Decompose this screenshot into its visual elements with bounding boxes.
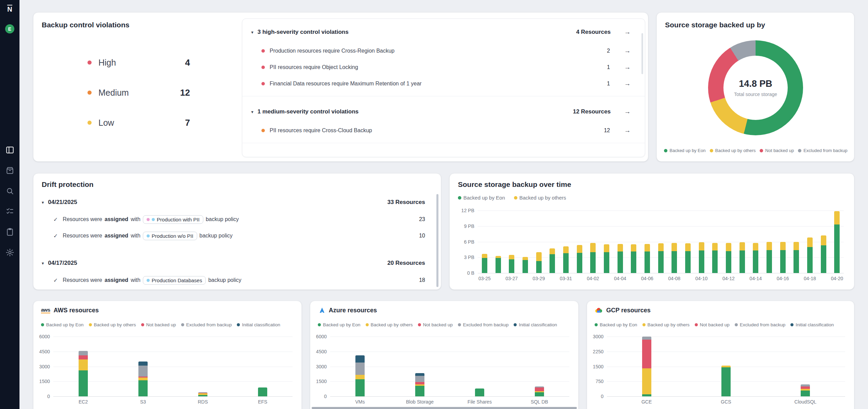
violation-row[interactable]: Production resources require Cross-Regio… <box>242 43 645 59</box>
bar-04-11[interactable] <box>712 243 718 273</box>
bar-03-27[interactable] <box>509 255 514 273</box>
chevron-down-icon[interactable]: ▾ <box>42 200 44 205</box>
bar-VMs[interactable] <box>355 355 365 396</box>
gcp-resources-card: GCP resources Backed up by EonBacked up … <box>587 301 854 409</box>
legend-label: Backed up by others <box>715 148 756 153</box>
card-title: Backup control violations <box>42 21 130 29</box>
legend-dot <box>514 196 517 200</box>
bar-GCS[interactable] <box>721 366 731 396</box>
violation-row[interactable]: Financial Data resources require Maximum… <box>242 76 645 92</box>
bar-04-10[interactable] <box>699 242 704 273</box>
donut-center: 14.8 PB Total source storage <box>723 56 788 120</box>
drift-text: Resources wereassignedwithProduction wit… <box>63 215 239 224</box>
arrow-right-icon[interactable]: → <box>624 47 631 55</box>
archive-icon[interactable] <box>5 166 14 175</box>
policy-chip-label: Production with PII <box>157 217 200 222</box>
arrow-right-icon[interactable]: → <box>624 80 631 87</box>
bar-03-29[interactable] <box>536 252 542 273</box>
bar-04-09[interactable] <box>685 243 691 273</box>
policy-chip[interactable]: Production with PII <box>143 215 203 224</box>
bar-04-14[interactable] <box>753 243 758 273</box>
bar-GCE[interactable] <box>642 337 651 396</box>
bar-segment <box>699 242 704 250</box>
gear-icon[interactable] <box>5 248 14 257</box>
drift-text-suffix: backup policy <box>200 233 233 239</box>
search-icon[interactable] <box>5 187 14 195</box>
bar-04-15[interactable] <box>767 242 772 273</box>
azure-chart-legend: Backed up by EonBacked up by othersNot b… <box>318 322 557 327</box>
bar-segment <box>475 388 484 396</box>
bar-04-07[interactable] <box>658 243 664 273</box>
bar-segment <box>794 242 799 250</box>
drift-group-header[interactable]: ▾04/17/202520 Resources <box>42 254 425 272</box>
bar-04-16[interactable] <box>780 242 786 273</box>
bar-04-17[interactable] <box>794 242 799 273</box>
x-tick-label: EC2 <box>79 399 88 405</box>
bar-EC2[interactable] <box>79 351 88 396</box>
bar-04-01[interactable] <box>577 245 582 273</box>
violation-group-header[interactable]: ▾3 high-severity control violations4 Res… <box>242 22 645 43</box>
arrow-right-icon[interactable]: → <box>624 28 631 36</box>
drift-group-resources: 33 Resources <box>387 199 425 206</box>
bar-03-30[interactable] <box>550 248 555 273</box>
bar-04-06[interactable] <box>645 244 650 273</box>
bar-CloudSQL[interactable] <box>801 384 810 396</box>
bar-04-03[interactable] <box>604 244 609 273</box>
bars-area: EC2S3RDSEFS <box>53 337 293 396</box>
backup-over-time-chart: 12 PB9 PB6 PB3 PB0 B 03-2503-2703-2903-3… <box>457 210 844 273</box>
severity-row: High4 <box>87 47 190 78</box>
bar-03-25[interactable] <box>482 254 487 273</box>
bar-03-26[interactable] <box>496 256 501 273</box>
bar-Blob Storage[interactable] <box>415 373 424 396</box>
avatar[interactable]: E <box>5 24 14 33</box>
legend-label: Not backed up <box>765 148 794 153</box>
dashboard-icon[interactable] <box>5 146 14 154</box>
bar-File Shares[interactable] <box>475 388 484 396</box>
bar-04-20[interactable] <box>834 211 840 273</box>
policy-chip-label: Production Databases <box>152 277 202 283</box>
policy-chip[interactable]: Production Databases <box>143 276 206 285</box>
chevron-down-icon[interactable]: ▾ <box>251 30 254 35</box>
azure-resources-card: Azure resources Backed up by EonBacked u… <box>310 301 579 409</box>
bar-04-02[interactable] <box>590 243 596 273</box>
arrow-right-icon[interactable]: → <box>624 127 631 134</box>
legend-item: Backed up by others <box>642 322 690 327</box>
legend-item: Not backed up <box>695 322 730 327</box>
bar-04-08[interactable] <box>672 243 677 273</box>
bar-04-12[interactable] <box>726 243 731 273</box>
chevron-down-icon[interactable]: ▾ <box>251 109 254 114</box>
bar-segment <box>415 373 424 376</box>
bar-slot: S3 <box>113 337 173 396</box>
bar-04-18[interactable] <box>807 237 813 273</box>
arrow-right-icon[interactable]: → <box>624 108 631 115</box>
bar-03-28[interactable] <box>523 257 528 273</box>
panel-scrollbar[interactable] <box>641 33 643 74</box>
chevron-down-icon[interactable]: ▾ <box>42 261 44 266</box>
drift-scrollbar[interactable] <box>436 194 438 287</box>
legend-label: Backed up by Eon <box>323 322 361 327</box>
storage-donut-chart[interactable]: 14.8 PB Total source storage <box>708 40 803 135</box>
arrow-right-icon[interactable]: → <box>624 64 631 71</box>
bar-S3[interactable] <box>138 362 148 396</box>
bar-04-04[interactable] <box>618 244 623 273</box>
violation-group-header[interactable]: ▾1 medium-severity control violations12 … <box>242 101 645 122</box>
bar-SQL DB[interactable] <box>535 386 544 396</box>
bar-segment <box>482 254 487 258</box>
policy-chip[interactable]: Production w/o PII <box>143 232 197 240</box>
bar-04-19[interactable] <box>821 235 826 273</box>
drift-group-header[interactable]: ▾04/21/202533 Resources <box>42 193 425 211</box>
checklist-icon[interactable] <box>5 207 14 216</box>
bar-RDS[interactable] <box>198 392 207 396</box>
bar-03-31[interactable] <box>563 246 569 273</box>
violation-row[interactable]: PII resources require Object Locking1→ <box>242 59 645 76</box>
legend-dot <box>642 323 646 326</box>
bar-EFS[interactable] <box>258 387 267 396</box>
bar-04-13[interactable] <box>740 242 745 273</box>
violation-row[interactable]: PII resources require Cross-Cloud Backup… <box>242 122 645 139</box>
clipboard-icon[interactable] <box>5 228 14 236</box>
legend-label: Excluded from backup <box>463 322 509 327</box>
bar-04-05[interactable] <box>631 244 636 273</box>
bar-slot <box>735 210 749 273</box>
horizontal-scrollbar[interactable] <box>312 407 577 409</box>
gridline <box>607 396 845 397</box>
